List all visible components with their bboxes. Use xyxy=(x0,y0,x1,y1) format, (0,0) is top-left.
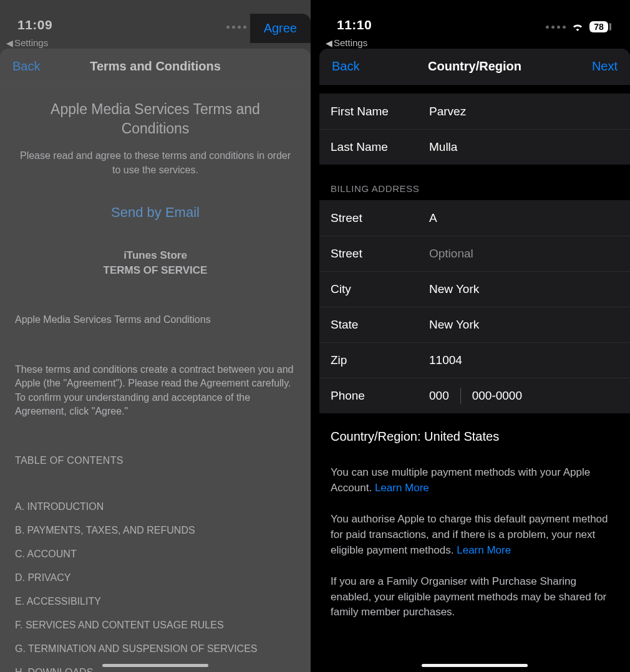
terms-sheet: Back Terms and Conditions X Apple Media … xyxy=(0,49,311,672)
billing-group: Street A Street Optional City New York S… xyxy=(319,200,630,413)
toc-heading: TABLE OF CONTENTS xyxy=(15,455,296,466)
toc-item: G. TERMINATION AND SUSPENSION OF SERVICE… xyxy=(15,643,296,655)
payment-info-1: You can use multiple payment methods wit… xyxy=(331,465,619,496)
last-name-row[interactable]: Last Name Mulla xyxy=(319,129,630,165)
toc-item: B. PAYMENTS, TAXES, AND REFUNDS xyxy=(15,525,296,536)
terms-instruction: Please read and agree to these terms and… xyxy=(15,148,296,177)
region-sheet: Back Country/Region Next First Name Parv… xyxy=(319,49,630,672)
breadcrumb-label: Settings xyxy=(14,37,48,48)
home-indicator[interactable] xyxy=(422,664,528,667)
zip-field[interactable]: 11004 xyxy=(429,353,619,367)
country-region-line: Country/Region: United States xyxy=(331,430,619,444)
street2-label: Street xyxy=(331,247,429,261)
terms-content[interactable]: Apple Media Services Terms and Condition… xyxy=(0,85,311,672)
first-name-field[interactable]: Parvez xyxy=(429,105,619,118)
phone-number-field[interactable]: 000-0000 xyxy=(472,389,522,403)
form-scroll[interactable]: First Name Parvez Last Name Mulla BILLIN… xyxy=(319,85,630,672)
city-label: City xyxy=(331,282,429,296)
phone-label: Phone xyxy=(331,389,429,403)
toc-item: D. PRIVACY xyxy=(15,572,296,583)
breadcrumb-caret-icon: ◀ xyxy=(326,38,332,48)
toc-item: C. ACCOUNT xyxy=(15,549,296,560)
back-button[interactable]: Back xyxy=(332,59,359,74)
billing-section-head: BILLING ADDRESS xyxy=(319,165,630,200)
breadcrumb-caret-icon: ◀ xyxy=(6,38,13,48)
last-name-label: Last Name xyxy=(331,140,429,154)
nav-bar: Back Country/Region Next xyxy=(319,49,630,85)
phone-region: 11:10 78 ◀ Settings Back Country/Region … xyxy=(319,0,630,672)
learn-more-link-2[interactable]: Learn More xyxy=(457,544,511,556)
back-button[interactable]: Back xyxy=(12,59,40,74)
phone-area-field[interactable]: 000 xyxy=(429,389,449,403)
street-field[interactable]: A xyxy=(429,211,619,225)
phone-terms: 11:09 78 ◀ Settings Back Terms and Condi… xyxy=(0,0,311,672)
nav-bar: Back Terms and Conditions X xyxy=(0,49,311,85)
state-row[interactable]: State New York xyxy=(319,307,630,342)
agree-label: Agree xyxy=(264,21,297,35)
last-name-field[interactable]: Mulla xyxy=(429,140,619,154)
nav-title: Terms and Conditions xyxy=(0,59,311,74)
send-email-link[interactable]: Send by Email xyxy=(15,204,296,221)
status-time: 11:09 xyxy=(17,17,52,32)
toc-item: H. DOWNLOADS xyxy=(15,667,296,672)
wifi-icon xyxy=(571,22,584,32)
toc-item: F. SERVICES AND CONTENT USAGE RULES xyxy=(15,620,296,631)
payment-info-3: If you are a Family Organiser with Purch… xyxy=(331,574,619,620)
city-row[interactable]: City New York xyxy=(319,271,630,307)
phone-row[interactable]: Phone 000 000-0000 xyxy=(319,378,630,413)
home-indicator[interactable] xyxy=(102,664,208,667)
terms-subhead: Apple Media Services Terms and Condition… xyxy=(15,313,296,327)
toc-item: E. ACCESSIBILITY xyxy=(15,596,296,607)
toc-list: A. INTRODUCTIONB. PAYMENTS, TAXES, AND R… xyxy=(15,501,296,672)
cellular-dots-icon xyxy=(546,26,566,29)
state-label: State xyxy=(331,318,429,332)
first-name-label: First Name xyxy=(331,105,429,118)
status-time: 11:10 xyxy=(337,17,372,32)
itunes-label: iTunes Store xyxy=(15,249,296,262)
terms-intro: These terms and conditions create a cont… xyxy=(15,363,296,419)
next-button[interactable]: Next xyxy=(592,59,618,74)
street2-row[interactable]: Street Optional xyxy=(319,236,630,271)
toc-item: A. INTRODUCTION xyxy=(15,501,296,512)
payment-info-2: You authorise Apple to charge this defau… xyxy=(331,512,619,558)
street2-field[interactable]: Optional xyxy=(429,247,619,261)
name-group: First Name Parvez Last Name Mulla xyxy=(319,94,630,165)
nav-title: Country/Region xyxy=(319,59,630,74)
terms-heading: Apple Media Services Terms and Condition… xyxy=(15,100,296,138)
learn-more-link-1[interactable]: Learn More xyxy=(375,482,429,494)
first-name-row[interactable]: First Name Parvez xyxy=(319,94,630,129)
tos-label: TERMS OF SERVICE xyxy=(15,264,296,277)
zip-row[interactable]: Zip 11004 xyxy=(319,342,630,378)
zip-label: Zip xyxy=(331,353,429,367)
street-label: Street xyxy=(331,211,429,225)
footer-block: Country/Region: United States You can us… xyxy=(319,413,630,620)
state-field[interactable]: New York xyxy=(429,318,619,332)
phone-separator xyxy=(460,388,461,404)
breadcrumb-label: Settings xyxy=(334,37,367,48)
agree-button[interactable]: Agree xyxy=(250,14,311,43)
street-row[interactable]: Street A xyxy=(319,200,630,236)
cellular-dots-icon xyxy=(226,26,246,29)
status-bar: 11:10 78 xyxy=(319,0,630,36)
battery-icon: 78 xyxy=(589,21,611,32)
city-field[interactable]: New York xyxy=(429,282,619,296)
battery-level: 78 xyxy=(589,21,608,32)
